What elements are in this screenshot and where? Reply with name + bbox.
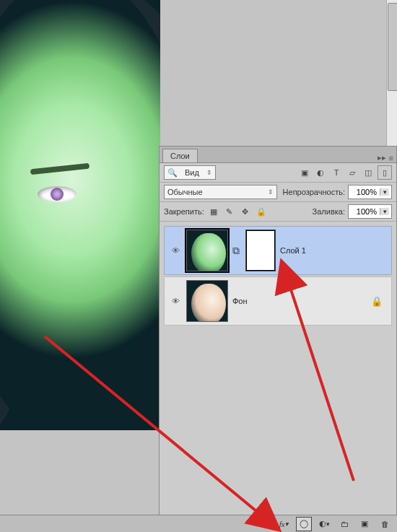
mask-link-icon[interactable]: ⧉ — [232, 245, 241, 257]
adjustment-layer-icon[interactable]: ◐▾ — [316, 517, 332, 531]
lock-all-icon[interactable]: 🔒 — [255, 205, 268, 218]
visibility-toggle[interactable]: 👁 — [169, 295, 182, 308]
filter-kind-label: Вид — [185, 168, 199, 177]
new-layer-icon[interactable]: ▣ — [357, 517, 372, 531]
fill-input[interactable] — [351, 206, 378, 217]
lock-transparency-icon[interactable]: ▦ — [207, 205, 220, 218]
layer-thumbnail[interactable] — [186, 230, 228, 271]
lock-label: Закрепить: — [164, 207, 204, 216]
scrollbar-thumb[interactable] — [388, 3, 397, 91]
lock-pixels-icon[interactable]: ✎ — [223, 205, 236, 218]
fx-icon[interactable]: fx▾ — [276, 517, 292, 531]
document-canvas[interactable] — [0, 0, 160, 430]
lock-position-icon[interactable]: ✥ — [239, 205, 252, 218]
shape-filter-icon[interactable]: ▱ — [346, 166, 359, 179]
adjustment-filter-icon[interactable]: ◐ — [314, 166, 327, 179]
image-filter-icon[interactable]: ▣ — [298, 166, 311, 179]
layer-mask-thumbnail[interactable] — [245, 230, 276, 271]
opacity-label: Непрозрачность: — [283, 188, 345, 196]
opacity-input[interactable] — [351, 187, 378, 197]
delete-icon[interactable]: 🗑 — [377, 517, 393, 531]
add-mask-icon[interactable]: ◯ — [296, 517, 312, 531]
lock-row: Закрепить: ▦ ✎ ✥ 🔒 Заливка: ▾ — [160, 202, 396, 222]
link-layers-icon[interactable]: ⚯ — [256, 517, 271, 531]
lock-indicator-icon: 🔒 — [371, 296, 387, 307]
blend-mode-value: Обычные — [167, 188, 203, 196]
vertical-scrollbar[interactable] — [386, 0, 397, 146]
layer-name[interactable]: Фон — [232, 297, 248, 305]
blend-row: Обычные ⇕ Непрозрачность: ▾ — [160, 183, 396, 202]
layers-bottom-toolbar: ⚯ fx▾ ◯ ◐▾ 🗀 ▣ 🗑 — [0, 515, 397, 532]
layer-row[interactable]: 👁 Фон 🔒 — [164, 276, 392, 326]
visibility-toggle[interactable]: 👁 — [169, 244, 182, 257]
blend-mode-select[interactable]: Обычные ⇕ — [164, 185, 277, 199]
filter-switch-icon[interactable]: ▯ — [378, 165, 392, 180]
opacity-field[interactable]: ▾ — [348, 185, 392, 199]
panel-tabs: Слои ▸▸ ≡ — [160, 147, 396, 163]
smartobject-filter-icon[interactable]: ◫ — [362, 166, 375, 179]
panel-menu-icon[interactable]: ≡ — [389, 154, 393, 162]
layers-panel: Слои ▸▸ ≡ 🔍 Вид ⇕ ▣ ◐ T ▱ ◫ ▯ Обычные ⇕ … — [159, 146, 397, 532]
group-icon[interactable]: 🗀 — [336, 517, 352, 531]
search-icon: 🔍 — [167, 168, 178, 178]
text-filter-icon[interactable]: T — [330, 166, 343, 179]
layer-name[interactable]: Слой 1 — [280, 246, 306, 255]
filter-kind-select[interactable]: 🔍 Вид ⇕ — [164, 165, 216, 180]
fill-field[interactable]: ▾ — [348, 204, 392, 219]
layers-list: 👁 ⧉ Слой 1 👁 Фон 🔒 — [160, 222, 396, 330]
fill-label: Заливка: — [313, 207, 345, 216]
layer-filter-row: 🔍 Вид ⇕ ▣ ◐ T ▱ ◫ ▯ — [160, 163, 396, 183]
layer-thumbnail[interactable] — [186, 280, 228, 322]
fill-dropdown-icon[interactable]: ▾ — [380, 208, 389, 215]
tab-layers[interactable]: Слои — [162, 149, 198, 162]
collapse-icon[interactable]: ▸▸ — [378, 153, 386, 162]
opacity-dropdown-icon[interactable]: ▾ — [380, 188, 389, 196]
layer-row[interactable]: 👁 ⧉ Слой 1 — [164, 226, 392, 275]
